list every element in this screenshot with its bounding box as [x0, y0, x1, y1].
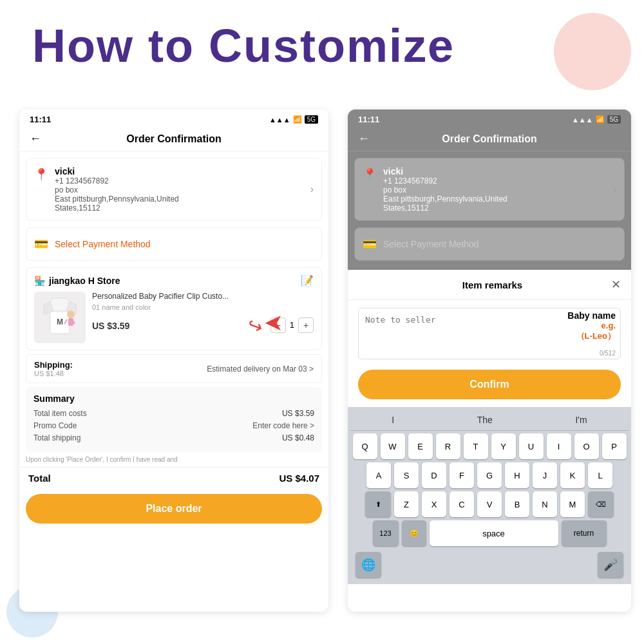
summary-title: Summary [33, 393, 314, 404]
shipping-total-row: Total shipping US $0.48 [33, 433, 314, 442]
key-g[interactable]: G [477, 462, 502, 488]
promo-row[interactable]: Promo Code Enter code here > [33, 421, 314, 430]
keyboard-suggestions: I The I'm [350, 411, 629, 431]
left-status-bar: 11:11 ▲▲▲ 📶 5G [19, 109, 328, 127]
place-order-button[interactable]: Place order [26, 494, 322, 524]
return-key[interactable]: return [562, 520, 607, 546]
product-image: M [34, 292, 86, 343]
right-status-icons: ▲▲▲ 📶 5G [572, 115, 621, 124]
key-j[interactable]: J [533, 462, 557, 488]
right-dimmed-top: 11:11 ▲▲▲ 📶 5G ← Order Confirmation 📍 vi… [348, 109, 631, 270]
left-address-section[interactable]: 📍 vicki +1 1234567892 po box East pittsb… [26, 158, 322, 221]
key-m[interactable]: M [560, 491, 585, 517]
key-z[interactable]: Z [394, 491, 419, 517]
suggestion-im[interactable]: I'm [570, 413, 592, 426]
right-nav-bar: ← Order Confirmation [348, 127, 631, 151]
arrow-annotation: ➤ [264, 309, 283, 336]
key-u[interactable]: U [519, 433, 544, 459]
right-status-bar: 11:11 ▲▲▲ 📶 5G [348, 109, 631, 127]
signal-icon: ▲▲▲ [269, 116, 290, 124]
qty-value: 1 [290, 320, 294, 330]
payment-icon: 💳 [34, 237, 48, 251]
key-y[interactable]: Y [491, 433, 516, 459]
note-edit-icon[interactable]: 📝 [301, 274, 314, 287]
right-payment-icon: 💳 [363, 237, 377, 251]
space-key[interactable]: space [430, 520, 558, 546]
address-chevron-icon: › [310, 184, 314, 195]
item-remarks-modal: Item remarks ✕ 0/512 Baby name e.g. （L-L… [348, 270, 631, 407]
right-address-name: vicki [383, 166, 613, 176]
keyboard-row-2: A S D F G H J K L [350, 462, 629, 488]
qty-increase-button[interactable]: + [298, 317, 314, 333]
keyboard-row-bottom: 123 😊 space return [350, 520, 629, 546]
left-back-button[interactable]: ← [30, 132, 41, 146]
key-p[interactable]: P [602, 433, 627, 459]
mic-key[interactable]: 🎤 [598, 552, 623, 578]
right-back-button[interactable]: ← [358, 132, 370, 146]
key-x[interactable]: X [422, 491, 446, 517]
globe-key[interactable]: 🌐 [355, 552, 381, 578]
note-area-wrapper: 0/512 Baby name e.g. （L-Leo） [348, 300, 631, 370]
address-line2: East pittsburgh,Pennsylvania,United [55, 194, 310, 204]
key-s[interactable]: S [394, 462, 419, 488]
remarks-header: Item remarks ✕ [348, 270, 631, 300]
key-w[interactable]: W [381, 433, 405, 459]
total-item-label: Total item costs [33, 409, 87, 418]
svg-text:M: M [57, 317, 63, 327]
location-icon: 📍 [34, 167, 48, 182]
key-a[interactable]: A [366, 462, 391, 488]
left-summary-section: Summary Total item costs US $3.59 Promo … [26, 387, 322, 452]
baby-name-eg: e.g. [567, 321, 616, 330]
key-t[interactable]: T [464, 433, 488, 459]
left-payment-label[interactable]: Select Payment Method [55, 239, 151, 249]
remarks-close-button[interactable]: ✕ [611, 278, 621, 292]
left-status-icons: ▲▲▲ 📶 5G [269, 115, 318, 124]
shipping-delivery[interactable]: Estimated delivery on Mar 03 > [207, 365, 314, 374]
baby-name-hint: Baby name e.g. （L-Leo） [567, 310, 616, 342]
suggestion-the[interactable]: The [472, 413, 498, 426]
product-title: Personalized Baby Pacifier Clip Custo... [92, 292, 314, 302]
right-signal-icon: ▲▲▲ [572, 116, 593, 124]
total-row: Total US $4.07 [19, 467, 328, 489]
promo-val[interactable]: Enter code here > [252, 421, 314, 430]
backspace-key[interactable]: ⌫ [588, 491, 614, 517]
key-f[interactable]: F [450, 462, 474, 488]
key-k[interactable]: K [560, 462, 585, 488]
product-price: US $3.59 [92, 321, 129, 331]
key-c[interactable]: C [450, 491, 474, 517]
key-h[interactable]: H [505, 462, 529, 488]
on-screen-keyboard: I The I'm Q W E R T Y U I O P A S D F G … [348, 407, 631, 584]
total-item-row: Total item costs US $3.59 [33, 409, 314, 418]
key-o[interactable]: O [574, 433, 599, 459]
key-q[interactable]: Q [353, 433, 377, 459]
address-content: vicki +1 1234567892 po box East pittsbur… [55, 166, 310, 213]
numbers-key[interactable]: 123 [373, 520, 399, 546]
key-r[interactable]: R [436, 433, 460, 459]
right-address-phone: +1 1234567892 [383, 176, 613, 185]
left-payment-section[interactable]: 💳 Select Payment Method [26, 227, 322, 261]
key-b[interactable]: B [505, 491, 529, 517]
right-nav-title: Order Confirmation [377, 133, 601, 145]
address-phone: +1 1234567892 [55, 176, 310, 185]
shipping-info: Shipping: US $1.48 [34, 360, 73, 377]
baby-name-title: Baby name [567, 310, 616, 321]
right-address-line1: po box [383, 185, 613, 194]
shipping-total-label: Total shipping [33, 433, 80, 442]
shift-key[interactable]: ⬆ [365, 491, 391, 517]
key-l[interactable]: L [588, 462, 612, 488]
key-n[interactable]: N [533, 491, 557, 517]
keyboard-bottom-bar: 🌐 🎤 [350, 549, 629, 580]
page-title: How to Customize [32, 19, 455, 72]
suggestion-i[interactable]: I [386, 413, 399, 426]
left-phone-panel: 11:11 ▲▲▲ 📶 5G ← Order Confirmation 📍 vi… [19, 109, 328, 612]
left-nav-bar: ← Order Confirmation [19, 127, 328, 151]
key-e[interactable]: E [408, 433, 433, 459]
confirm-button[interactable]: Confirm [358, 370, 621, 399]
promo-label: Promo Code [33, 421, 77, 430]
left-status-time: 11:11 [30, 115, 51, 124]
key-i[interactable]: I [547, 433, 571, 459]
key-v[interactable]: V [477, 491, 502, 517]
emoji-key[interactable]: 😊 [402, 520, 426, 546]
total-amount: US $4.07 [279, 473, 319, 484]
key-d[interactable]: D [422, 462, 446, 488]
